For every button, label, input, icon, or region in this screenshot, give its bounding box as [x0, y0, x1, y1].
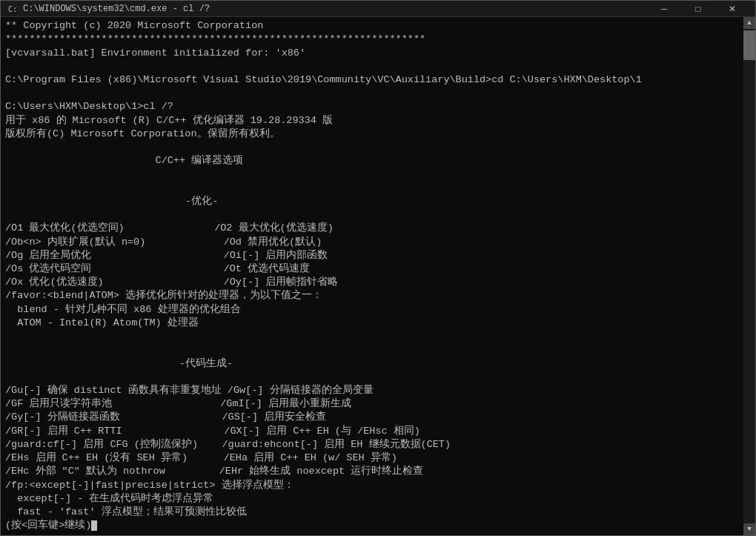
content-area: C:\Users\HXM\Desktop\1>cd C:\Program Fil…: [1, 17, 755, 535]
scrollbar-thumb[interactable]: [743, 30, 755, 60]
cursor: [91, 520, 97, 531]
scroll-down-button[interactable]: ▼: [743, 523, 755, 535]
terminal-output[interactable]: C:\Users\HXM\Desktop\1>cd C:\Program Fil…: [1, 17, 743, 535]
title-bar-text: C:\WINDOWS\system32\cmd.exe - cl /?: [23, 4, 647, 14]
scrollbar[interactable]: ▲ ▼: [743, 17, 755, 535]
title-bar: C:\ C:\WINDOWS\system32\cmd.exe - cl /? …: [1, 1, 755, 17]
maximize-button[interactable]: □: [681, 1, 715, 17]
minimize-button[interactable]: ─: [647, 1, 681, 17]
scroll-up-button[interactable]: ▲: [743, 17, 755, 29]
window: C:\ C:\WINDOWS\system32\cmd.exe - cl /? …: [0, 0, 756, 536]
close-button[interactable]: ✕: [715, 1, 749, 17]
cmd-icon: C:\: [7, 3, 19, 15]
title-bar-controls: ─ □ ✕: [647, 1, 749, 17]
svg-text:C:\: C:\: [8, 5, 18, 13]
scrollbar-track[interactable]: [743, 29, 755, 523]
